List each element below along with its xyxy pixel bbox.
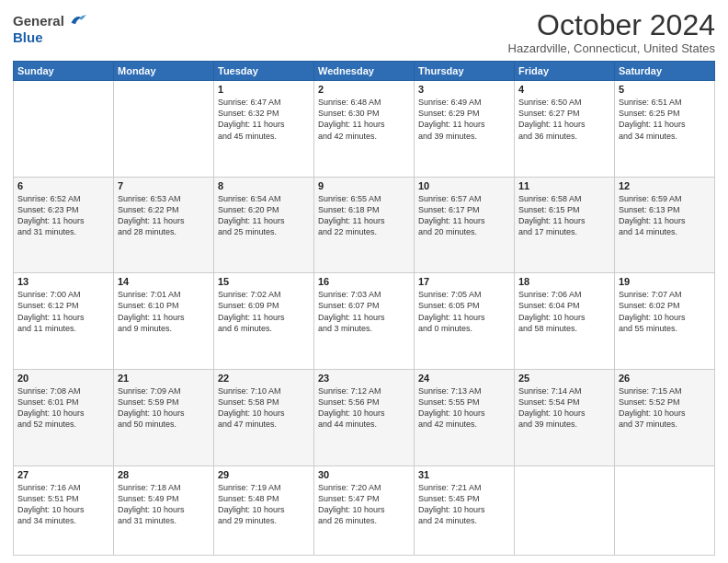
calendar-cell — [14, 81, 114, 178]
calendar-cell: 18Sunrise: 7:06 AMSunset: 6:04 PMDayligh… — [515, 273, 615, 370]
cell-info: Sunrise: 7:00 AMSunset: 6:12 PMDaylight:… — [17, 289, 109, 334]
cell-info: Sunrise: 7:10 AMSunset: 5:58 PMDaylight:… — [218, 385, 310, 431]
day-number: 25 — [518, 373, 610, 384]
cell-info: Sunrise: 7:02 AMSunset: 6:09 PMDaylight:… — [218, 289, 310, 334]
day-header-saturday: Saturday — [615, 62, 715, 81]
day-number: 16 — [318, 276, 410, 287]
day-number: 6 — [17, 180, 109, 191]
day-number: 13 — [17, 276, 109, 287]
cell-info: Sunrise: 6:52 AMSunset: 6:23 PMDaylight:… — [17, 193, 109, 238]
day-number: 15 — [218, 276, 310, 287]
day-header-friday: Friday — [515, 62, 615, 81]
day-header-row: SundayMondayTuesdayWednesdayThursdayFrid… — [14, 62, 715, 81]
cell-info: Sunrise: 6:48 AMSunset: 6:30 PMDaylight:… — [318, 97, 410, 142]
top-header: General Blue October 2024 Hazardville, C… — [13, 9, 715, 55]
day-number: 12 — [619, 180, 711, 191]
calendar-cell: 22Sunrise: 7:10 AMSunset: 5:58 PMDayligh… — [214, 369, 314, 465]
cell-info: Sunrise: 7:21 AMSunset: 5:45 PMDaylight:… — [418, 482, 510, 527]
cell-info: Sunrise: 6:47 AMSunset: 6:32 PMDaylight:… — [218, 97, 310, 142]
header-right: October 2024 Hazardville, Connecticut, U… — [508, 9, 715, 55]
calendar-cell: 2Sunrise: 6:48 AMSunset: 6:30 PMDaylight… — [314, 81, 415, 178]
calendar-cell: 30Sunrise: 7:20 AMSunset: 5:47 PMDayligh… — [314, 465, 415, 556]
calendar-cell: 12Sunrise: 6:59 AMSunset: 6:13 PMDayligh… — [615, 177, 715, 273]
location: Hazardville, Connecticut, United States — [508, 41, 715, 55]
cell-info: Sunrise: 7:18 AMSunset: 5:49 PMDaylight:… — [118, 482, 210, 527]
cell-info: Sunrise: 6:50 AMSunset: 6:27 PMDaylight:… — [518, 97, 610, 142]
calendar-cell: 8Sunrise: 6:54 AMSunset: 6:20 PMDaylight… — [214, 177, 314, 273]
calendar-cell: 19Sunrise: 7:07 AMSunset: 6:02 PMDayligh… — [615, 273, 715, 370]
calendar-cell — [515, 465, 615, 556]
calendar-cell: 25Sunrise: 7:14 AMSunset: 5:54 PMDayligh… — [515, 369, 615, 465]
day-header-thursday: Thursday — [415, 62, 515, 81]
cell-info: Sunrise: 7:01 AMSunset: 6:10 PMDaylight:… — [118, 289, 210, 334]
month-title: October 2024 — [508, 9, 715, 41]
calendar-cell: 28Sunrise: 7:18 AMSunset: 5:49 PMDayligh… — [114, 465, 214, 556]
day-number: 14 — [118, 276, 210, 287]
day-number: 5 — [619, 84, 711, 95]
logo-bird-icon — [70, 13, 86, 26]
day-number: 4 — [518, 84, 610, 95]
calendar-cell: 10Sunrise: 6:57 AMSunset: 6:17 PMDayligh… — [415, 177, 515, 273]
cell-info: Sunrise: 7:13 AMSunset: 5:55 PMDaylight:… — [418, 385, 510, 431]
calendar-cell: 7Sunrise: 6:53 AMSunset: 6:22 PMDaylight… — [114, 177, 214, 273]
page: General Blue October 2024 Hazardville, C… — [0, 0, 728, 563]
calendar-cell: 17Sunrise: 7:05 AMSunset: 6:05 PMDayligh… — [415, 273, 515, 370]
calendar-cell: 24Sunrise: 7:13 AMSunset: 5:55 PMDayligh… — [415, 369, 515, 465]
day-header-tuesday: Tuesday — [214, 62, 314, 81]
calendar-row-4: 20Sunrise: 7:08 AMSunset: 6:01 PMDayligh… — [14, 369, 715, 465]
calendar-cell: 20Sunrise: 7:08 AMSunset: 6:01 PMDayligh… — [14, 369, 114, 465]
day-header-monday: Monday — [114, 62, 214, 81]
day-number: 10 — [418, 180, 510, 191]
cell-info: Sunrise: 6:54 AMSunset: 6:20 PMDaylight:… — [218, 193, 310, 238]
calendar-cell: 3Sunrise: 6:49 AMSunset: 6:29 PMDaylight… — [415, 81, 515, 178]
calendar-cell: 14Sunrise: 7:01 AMSunset: 6:10 PMDayligh… — [114, 273, 214, 370]
calendar-cell: 21Sunrise: 7:09 AMSunset: 5:59 PMDayligh… — [114, 369, 214, 465]
calendar-cell: 15Sunrise: 7:02 AMSunset: 6:09 PMDayligh… — [214, 273, 314, 370]
logo-blue: Blue — [13, 29, 43, 45]
cell-info: Sunrise: 7:20 AMSunset: 5:47 PMDaylight:… — [318, 482, 410, 527]
calendar-cell: 16Sunrise: 7:03 AMSunset: 6:07 PMDayligh… — [314, 273, 415, 370]
cell-info: Sunrise: 7:05 AMSunset: 6:05 PMDaylight:… — [418, 289, 510, 334]
calendar-cell: 11Sunrise: 6:58 AMSunset: 6:15 PMDayligh… — [515, 177, 615, 273]
cell-info: Sunrise: 6:49 AMSunset: 6:29 PMDaylight:… — [418, 97, 510, 142]
calendar-cell: 9Sunrise: 6:55 AMSunset: 6:18 PMDaylight… — [314, 177, 415, 273]
day-number: 30 — [318, 469, 410, 480]
day-number: 19 — [619, 276, 711, 287]
cell-info: Sunrise: 6:51 AMSunset: 6:25 PMDaylight:… — [619, 97, 711, 142]
cell-info: Sunrise: 7:12 AMSunset: 5:56 PMDaylight:… — [318, 385, 410, 431]
day-header-sunday: Sunday — [14, 62, 114, 81]
cell-info: Sunrise: 6:55 AMSunset: 6:18 PMDaylight:… — [318, 193, 410, 238]
cell-info: Sunrise: 7:19 AMSunset: 5:48 PMDaylight:… — [218, 482, 310, 527]
day-number: 11 — [518, 180, 610, 191]
cell-info: Sunrise: 7:09 AMSunset: 5:59 PMDaylight:… — [118, 385, 210, 431]
calendar-cell: 13Sunrise: 7:00 AMSunset: 6:12 PMDayligh… — [14, 273, 114, 370]
cell-info: Sunrise: 7:16 AMSunset: 5:51 PMDaylight:… — [17, 482, 109, 527]
calendar-row-2: 6Sunrise: 6:52 AMSunset: 6:23 PMDaylight… — [14, 177, 715, 273]
cell-info: Sunrise: 7:07 AMSunset: 6:02 PMDaylight:… — [619, 289, 711, 334]
day-number: 7 — [118, 180, 210, 191]
calendar-row-3: 13Sunrise: 7:00 AMSunset: 6:12 PMDayligh… — [14, 273, 715, 370]
calendar-cell — [615, 465, 715, 556]
day-number: 23 — [318, 373, 410, 384]
day-number: 20 — [17, 373, 109, 384]
calendar-cell: 29Sunrise: 7:19 AMSunset: 5:48 PMDayligh… — [214, 465, 314, 556]
calendar-cell — [114, 81, 214, 178]
calendar-row-1: 1Sunrise: 6:47 AMSunset: 6:32 PMDaylight… — [14, 81, 715, 178]
calendar-cell: 5Sunrise: 6:51 AMSunset: 6:25 PMDaylight… — [615, 81, 715, 178]
cell-info: Sunrise: 6:58 AMSunset: 6:15 PMDaylight:… — [518, 193, 610, 238]
logo: General Blue — [13, 11, 86, 46]
calendar-cell: 1Sunrise: 6:47 AMSunset: 6:32 PMDaylight… — [214, 81, 314, 178]
cell-info: Sunrise: 6:59 AMSunset: 6:13 PMDaylight:… — [619, 193, 711, 238]
cell-info: Sunrise: 6:53 AMSunset: 6:22 PMDaylight:… — [118, 193, 210, 238]
day-number: 3 — [418, 84, 510, 95]
day-number: 8 — [218, 180, 310, 191]
logo-general: General — [13, 13, 64, 29]
day-number: 31 — [418, 469, 510, 480]
calendar-table: SundayMondayTuesdayWednesdayThursdayFrid… — [13, 61, 715, 556]
calendar-cell: 27Sunrise: 7:16 AMSunset: 5:51 PMDayligh… — [14, 465, 114, 556]
cell-info: Sunrise: 6:57 AMSunset: 6:17 PMDaylight:… — [418, 193, 510, 238]
calendar-cell: 23Sunrise: 7:12 AMSunset: 5:56 PMDayligh… — [314, 369, 415, 465]
day-number: 2 — [318, 84, 410, 95]
cell-info: Sunrise: 7:03 AMSunset: 6:07 PMDaylight:… — [318, 289, 410, 334]
day-number: 28 — [118, 469, 210, 480]
